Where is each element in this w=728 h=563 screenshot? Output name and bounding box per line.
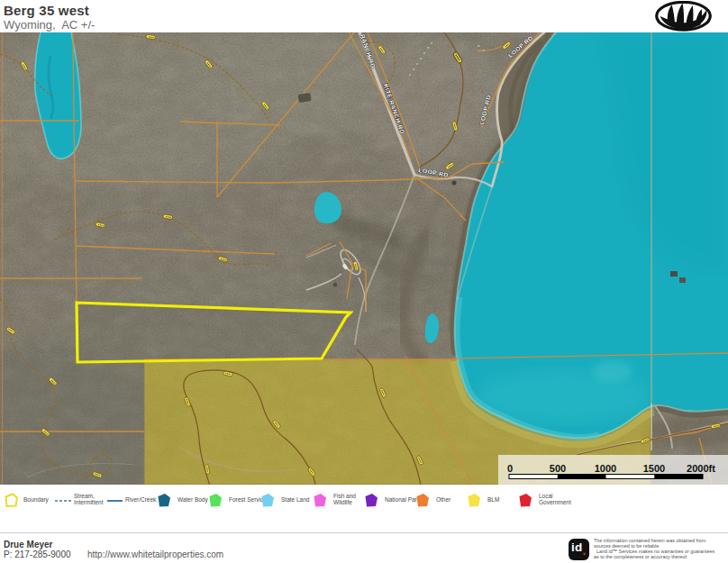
svg-text:1500: 1500 [643,463,665,474]
svg-text:500: 500 [550,463,566,474]
svg-text:0: 0 [507,463,513,474]
svg-text:2000ft: 2000ft [687,463,715,474]
svg-text:1000: 1000 [595,463,616,474]
